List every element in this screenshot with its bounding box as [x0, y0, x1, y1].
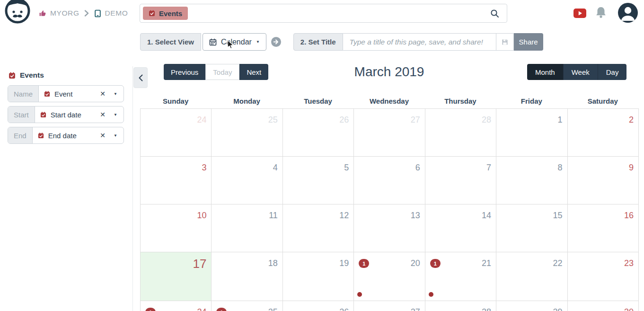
calendar-day-cell[interactable]: 7 — [425, 157, 496, 204]
field-value-label: Event — [54, 90, 72, 98]
day-header: Friday — [496, 97, 567, 105]
app-logo-mustache-face-icon[interactable] — [4, 0, 31, 27]
day-number: 25 — [268, 307, 278, 311]
calendar-day-cell[interactable]: 18 — [212, 252, 282, 301]
day-number: 26 — [339, 307, 349, 311]
day-number: 7 — [486, 163, 491, 173]
event-count-badge[interactable]: 1 — [359, 259, 369, 268]
youtube-icon[interactable] — [573, 9, 586, 20]
day-header: Tuesday — [282, 97, 353, 105]
calendar-day-cell[interactable]: 211 — [425, 252, 496, 301]
event-count-badge[interactable]: 1 — [216, 308, 227, 311]
field-value-dropdown[interactable]: Start date ✕ ▼ — [35, 107, 124, 123]
calendar-week-row: 3456789 — [141, 157, 639, 204]
day-number: 22 — [553, 258, 563, 268]
calendar-day-cell[interactable]: 14 — [425, 204, 496, 252]
calendar-day-cell[interactable]: 5 — [283, 157, 354, 204]
calendar-check-icon — [44, 91, 50, 97]
day-number: 23 — [624, 258, 634, 268]
field-label: End — [8, 127, 33, 143]
calendar-day-cell[interactable]: 3 — [141, 157, 212, 204]
tab-events[interactable]: Events — [143, 7, 188, 20]
view-selector-label: Calendar — [221, 38, 252, 46]
chevron-down-icon[interactable]: ▼ — [114, 133, 117, 138]
view-day-button[interactable]: Day — [598, 64, 627, 80]
clear-field-icon[interactable]: ✕ — [100, 90, 106, 97]
field-value-label: End date — [48, 132, 77, 140]
calendar-day-cell[interactable]: 8 — [496, 157, 567, 204]
calendar-day-cell[interactable]: 27 — [354, 301, 425, 311]
calendar-day-cell[interactable]: 26 — [283, 301, 354, 311]
calendar-day-cell[interactable]: 13 — [354, 204, 425, 252]
calendar-view-switcher: Month Week Day — [527, 64, 626, 80]
day-number: 2 — [629, 115, 634, 125]
day-number: 15 — [553, 211, 563, 221]
clear-field-icon[interactable]: ✕ — [100, 111, 106, 118]
calendar-day-cell[interactable]: 28 — [425, 109, 496, 157]
view-week-button[interactable]: Week — [563, 64, 598, 80]
calendar-day-cell[interactable]: 251 — [212, 301, 282, 311]
calendar-day-cell[interactable]: 12 — [283, 204, 354, 252]
calendar-day-cell[interactable]: 11 — [212, 204, 282, 252]
view-selector-dropdown[interactable]: Calendar ▼ — [203, 33, 266, 51]
field-value-label: Start date — [51, 111, 81, 119]
event-count-badge[interactable]: 1 — [430, 259, 441, 268]
event-dot[interactable] — [429, 292, 433, 297]
day-header: Thursday — [425, 97, 496, 105]
calendar-day-cell[interactable]: 2 — [568, 109, 639, 157]
event-dot[interactable] — [357, 292, 362, 297]
chevron-down-icon[interactable]: ▼ — [114, 113, 117, 117]
breadcrumb-app[interactable]: DEMO — [105, 9, 128, 18]
field-row-name: Name Event ✕ ▼ — [8, 85, 124, 102]
calendar-day-cell[interactable]: 6 — [354, 157, 425, 204]
day-number: 27 — [411, 115, 420, 125]
calendar-week-row: 1718192012112223 — [141, 252, 639, 301]
calendar-day-cell[interactable]: 30 — [568, 301, 639, 311]
calendar-check-icon — [38, 133, 44, 139]
calendar-day-cell[interactable]: 19 — [283, 252, 354, 301]
chevron-right-icon — [84, 10, 89, 17]
chevron-down-icon[interactable]: ▼ — [114, 92, 117, 96]
tab-events-label: Events — [159, 9, 182, 18]
search-button[interactable] — [490, 9, 499, 18]
calendar-day-cell[interactable]: 27 — [354, 109, 425, 157]
calendar-day-cell[interactable]: 25 — [212, 109, 282, 157]
day-number: 4 — [273, 163, 278, 173]
calendar-day-cell[interactable]: 201 — [354, 252, 425, 301]
calendar-day-cell[interactable]: 26 — [283, 109, 354, 157]
notification-bell-icon[interactable] — [594, 6, 608, 21]
calendar-day-cell[interactable]: 22 — [496, 252, 567, 301]
calendar-day-cell[interactable]: 9 — [568, 157, 639, 204]
day-header: Saturday — [567, 97, 638, 105]
calendar-day-cell[interactable]: 10 — [141, 204, 212, 252]
field-value-dropdown[interactable]: Event ✕ ▼ — [39, 86, 124, 102]
calendar-day-cell[interactable]: 4 — [212, 157, 282, 204]
sidebar: Events Name Event ✕ ▼ Start Start date ✕… — [0, 66, 132, 148]
calendar-day-cell[interactable]: 24 — [141, 109, 212, 157]
calendar-day-cell[interactable]: 16 — [568, 204, 639, 252]
save-button[interactable] — [496, 33, 514, 51]
calendar-check-icon — [149, 10, 155, 17]
calendar-day-cell[interactable]: 29 — [496, 301, 567, 311]
day-number: 30 — [624, 307, 634, 311]
day-number: 26 — [339, 115, 349, 125]
thumbs-up-icon — [39, 9, 47, 18]
calendar-day-cell[interactable]: 28 — [425, 301, 496, 311]
field-value-dropdown[interactable]: End date ✕ ▼ — [33, 127, 124, 143]
account-avatar[interactable] — [618, 3, 638, 25]
field-row-start: Start Start date ✕ ▼ — [8, 106, 124, 123]
calendar-day-cell[interactable]: 241 — [141, 301, 212, 311]
day-number: 18 — [268, 258, 278, 268]
calendar-day-cell[interactable]: 15 — [496, 204, 567, 252]
day-number: 29 — [553, 307, 563, 311]
clear-field-icon[interactable]: ✕ — [100, 132, 106, 139]
breadcrumb-org[interactable]: MYORG — [50, 9, 79, 18]
calendar-day-cell[interactable]: 1 — [496, 109, 567, 157]
share-button[interactable]: Share — [514, 33, 543, 51]
page-title-input[interactable] — [343, 33, 496, 51]
calendar-day-cell[interactable]: 17 — [141, 252, 212, 301]
event-count-badge[interactable]: 1 — [145, 308, 156, 311]
view-month-button[interactable]: Month — [527, 64, 563, 80]
calendar-day-cell[interactable]: 23 — [568, 252, 639, 301]
device-icon — [94, 9, 102, 18]
